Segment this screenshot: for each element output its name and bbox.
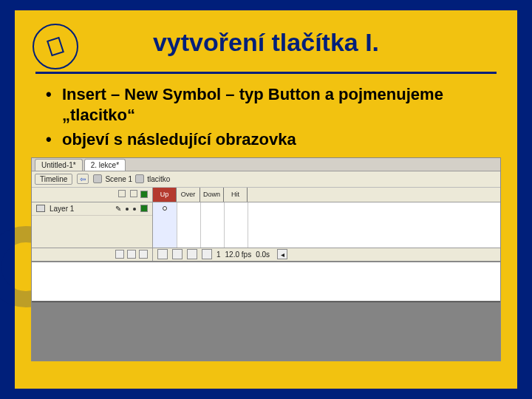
scene-icon bbox=[93, 174, 102, 183]
current-frame: 1 bbox=[216, 250, 221, 259]
breadcrumb-bar: Timeline ⇦ Scene 1 tlacitko bbox=[32, 171, 500, 188]
layer-outline-color bbox=[140, 205, 148, 212]
slide-body: Insert – New Symbol – typ Button a pojme… bbox=[15, 74, 517, 150]
eye-icon[interactable] bbox=[117, 190, 126, 199]
edit-multiple-button[interactable] bbox=[202, 249, 212, 259]
timeline-layers: Layer 1 ✎ bbox=[32, 202, 500, 248]
properties-panel bbox=[32, 301, 500, 361]
fps-label: 12.0 fps bbox=[225, 250, 252, 259]
bullet-2: objeví s následující obrazovka bbox=[41, 129, 491, 150]
state-over[interactable]: Over bbox=[177, 188, 200, 202]
timeline-header: Up Over Down Hit bbox=[32, 188, 500, 202]
layer-list: Layer 1 ✎ bbox=[32, 202, 153, 248]
crumb-symbol[interactable]: tlacitko bbox=[147, 175, 170, 183]
elapsed-time: 0.0s bbox=[256, 250, 270, 259]
symbol-icon bbox=[135, 174, 144, 183]
lock-icon[interactable] bbox=[129, 190, 137, 199]
timeline-frames[interactable] bbox=[153, 202, 500, 248]
center-frame-button[interactable] bbox=[157, 249, 168, 259]
tab-untitled[interactable]: Untitled-1* bbox=[35, 159, 83, 171]
button-states-row: Up Over Down Hit bbox=[153, 188, 500, 202]
add-layer-button[interactable] bbox=[115, 250, 124, 259]
onion-outline-button[interactable] bbox=[187, 249, 197, 259]
state-up[interactable]: Up bbox=[153, 188, 177, 202]
timeline-status: 1 12.0 fps 0.0s ◂ bbox=[153, 248, 500, 261]
timeline-layer-tools bbox=[32, 188, 153, 202]
state-down[interactable]: Down bbox=[200, 188, 224, 202]
flash-editor-screenshot: Untitled-1* 2. lekce* Timeline ⇦ Scene 1… bbox=[31, 157, 501, 361]
slide: vytvoření tlačítka I. Insert – New Symbo… bbox=[15, 10, 517, 389]
layer-buttons bbox=[32, 248, 153, 261]
state-hit[interactable]: Hit bbox=[224, 188, 248, 202]
outline-color-icon[interactable] bbox=[140, 191, 148, 198]
bullet-1: Insert – New Symbol – typ Button a pojme… bbox=[41, 84, 491, 125]
stage-canvas[interactable] bbox=[32, 262, 500, 301]
dot2 bbox=[133, 208, 136, 211]
dot1 bbox=[126, 208, 129, 211]
document-tabs: Untitled-1* 2. lekce* bbox=[32, 158, 500, 171]
timeline-label[interactable]: Timeline bbox=[35, 174, 72, 185]
breadcrumb: Scene 1 tlacitko bbox=[93, 174, 170, 183]
slide-header: vytvoření tlačítka I. bbox=[35, 10, 497, 74]
onion-skin-button[interactable] bbox=[172, 249, 183, 259]
crumb-scene[interactable]: Scene 1 bbox=[105, 175, 132, 183]
add-folder-button[interactable] bbox=[127, 250, 136, 259]
timeline-footer: 1 12.0 fps 0.0s ◂ bbox=[32, 248, 500, 262]
keyframe-up[interactable] bbox=[163, 206, 167, 211]
layer-name: Layer 1 bbox=[50, 205, 74, 213]
layer-item[interactable]: Layer 1 ✎ bbox=[32, 202, 152, 216]
layer-icon bbox=[36, 205, 45, 212]
logo-icon bbox=[33, 24, 78, 69]
pencil-icon: ✎ bbox=[115, 205, 121, 213]
slide-title: vytvoření tlačítka I. bbox=[35, 22, 497, 66]
back-arrow-button[interactable]: ⇦ bbox=[77, 174, 89, 184]
tab-lekce[interactable]: 2. lekce* bbox=[84, 159, 126, 171]
scroll-left-button[interactable]: ◂ bbox=[277, 249, 287, 259]
delete-layer-button[interactable] bbox=[139, 250, 148, 259]
